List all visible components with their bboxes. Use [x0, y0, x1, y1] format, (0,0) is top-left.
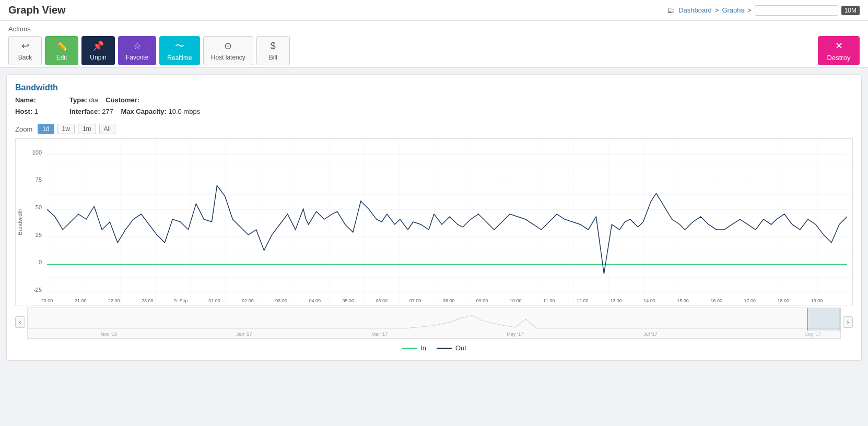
- bill-label: Bill: [269, 54, 277, 61]
- svg-rect-0: [47, 139, 852, 305]
- chart-scroll-row: ‹ Nov '16 Jan '17 Mar '17 May '17 Jul '1…: [15, 305, 853, 339]
- svg-text:07:00: 07:00: [409, 298, 421, 303]
- mini-chart: Nov '16 Jan '17 Mar '17 May '17 Jul '17 …: [27, 307, 840, 339]
- zoom-all[interactable]: All: [99, 124, 115, 134]
- svg-text:03:00: 03:00: [275, 298, 287, 303]
- interface-value: 277: [102, 108, 113, 115]
- svg-text:05:00: 05:00: [343, 298, 355, 303]
- svg-text:-25: -25: [33, 287, 42, 293]
- breadcrumb-sep2: >: [747, 6, 752, 14]
- svg-text:11:00: 11:00: [543, 298, 555, 303]
- mini-chart-svg: Nov '16 Jan '17 Mar '17 May '17 Jul '17 …: [28, 308, 840, 338]
- graph-meta-right: Type: dia Customer: Interface: 277 Max C…: [69, 94, 200, 117]
- breadcrumb-sep1: >: [715, 6, 719, 14]
- customer-label: Customer:: [105, 96, 139, 104]
- legend-out: Out: [437, 344, 466, 352]
- breadcrumb-dashboard[interactable]: Dashboard: [678, 6, 712, 14]
- destroy-label: Destroy: [827, 54, 851, 62]
- graph-meta-left: Name: Host: 1: [15, 94, 38, 117]
- svg-text:06:00: 06:00: [376, 298, 388, 303]
- breadcrumb-icon: 🗂: [667, 6, 675, 15]
- page-title: Graph View: [8, 4, 66, 16]
- svg-text:14:00: 14:00: [643, 298, 655, 303]
- host-latency-button[interactable]: ⊙ Host latency: [203, 36, 253, 65]
- svg-text:Jul '17: Jul '17: [643, 332, 658, 337]
- back-button[interactable]: ↩ Back: [8, 36, 42, 65]
- breadcrumb-badge: 10M: [841, 6, 860, 15]
- type-value: dia: [89, 96, 98, 104]
- name-label: Name:: [15, 96, 36, 104]
- main-chart: 100 75 50 25 0 -25 Bandwidth 20:00 21:00…: [15, 138, 853, 305]
- host-label: Host:: [15, 108, 32, 115]
- graph-info: Bandwidth Name: Host: 1 Type: dia Custom…: [15, 83, 853, 117]
- legend: In Out: [15, 344, 853, 352]
- legend-out-label: Out: [455, 344, 466, 352]
- svg-text:25: 25: [36, 232, 42, 238]
- svg-text:21:00: 21:00: [75, 298, 87, 303]
- favorite-button[interactable]: ☆ Favorite: [118, 36, 156, 65]
- svg-text:17:00: 17:00: [744, 298, 756, 303]
- favorite-label: Favorite: [126, 54, 148, 61]
- svg-text:Mar '17: Mar '17: [372, 332, 388, 337]
- back-icon: ↩: [21, 40, 29, 52]
- breadcrumb: 🗂 Dashboard > Graphs > 10M: [667, 5, 860, 16]
- zoom-1m[interactable]: 1m: [78, 124, 96, 134]
- mini-chart-wrap: Nov '16 Jan '17 Mar '17 May '17 Jul '17 …: [27, 305, 840, 339]
- svg-text:04:00: 04:00: [309, 298, 321, 303]
- zoom-1w[interactable]: 1w: [57, 124, 75, 134]
- svg-text:0: 0: [39, 259, 42, 266]
- realtime-label: Realtime: [167, 54, 192, 62]
- actions-buttons: ↩ Back ✏️ Edit 📌 Unpin ☆ Favorite 〜 Real…: [8, 36, 860, 65]
- svg-text:08:00: 08:00: [443, 298, 455, 303]
- destroy-button[interactable]: ✕ Destroy: [818, 36, 860, 65]
- realtime-icon: 〜: [175, 40, 184, 52]
- edit-label: Edit: [56, 54, 67, 61]
- svg-text:19:00: 19:00: [811, 298, 823, 303]
- zoom-controls: Zoom 1d 1w 1m All: [15, 124, 853, 134]
- graph-type-customer: Type: dia Customer:: [69, 94, 200, 106]
- edit-button[interactable]: ✏️ Edit: [45, 36, 78, 65]
- svg-text:May '17: May '17: [507, 332, 523, 337]
- zoom-1d[interactable]: 1d: [38, 124, 54, 134]
- svg-text:22:00: 22:00: [108, 298, 120, 303]
- graph-interface-capacity: Interface: 277 Max Capacity: 10.0 mbps: [69, 106, 200, 117]
- star-icon: ☆: [133, 40, 142, 52]
- svg-text:50: 50: [36, 204, 42, 210]
- svg-text:18:00: 18:00: [778, 298, 790, 303]
- legend-out-line: [437, 348, 452, 349]
- scroll-right-arrow[interactable]: ›: [843, 316, 853, 328]
- svg-rect-38: [28, 308, 840, 338]
- edit-icon: ✏️: [56, 40, 67, 52]
- svg-text:23:00: 23:00: [142, 298, 154, 303]
- max-capacity-value: 10.0 mbps: [168, 108, 200, 115]
- svg-text:20:00: 20:00: [41, 298, 53, 303]
- legend-in-line: [402, 348, 417, 349]
- scroll-left-arrow[interactable]: ‹: [15, 316, 25, 328]
- legend-in-label: In: [420, 344, 426, 352]
- host-latency-icon: ⊙: [224, 40, 232, 52]
- realtime-button[interactable]: 〜 Realtime: [159, 36, 200, 65]
- svg-text:9. Sep: 9. Sep: [174, 298, 187, 303]
- unpin-button[interactable]: 📌 Unpin: [81, 36, 115, 65]
- pin-icon: 📌: [92, 40, 104, 52]
- actions-bar: Actions ↩ Back ✏️ Edit 📌 Unpin ☆ Favorit…: [0, 21, 868, 68]
- max-capacity-label: Max Capacity:: [121, 108, 166, 115]
- bill-button[interactable]: $ Bill: [256, 36, 290, 65]
- chart-svg: 100 75 50 25 0 -25 Bandwidth 20:00 21:00…: [16, 139, 852, 305]
- actions-label: Actions: [8, 25, 860, 33]
- svg-text:Nov '16: Nov '16: [101, 332, 117, 337]
- bill-icon: $: [271, 41, 276, 52]
- svg-text:Bandwidth: Bandwidth: [17, 209, 23, 235]
- header: Graph View 🗂 Dashboard > Graphs > 10M: [0, 0, 868, 21]
- svg-text:09:00: 09:00: [476, 298, 488, 303]
- breadcrumb-search-input[interactable]: [755, 5, 838, 16]
- breadcrumb-graphs[interactable]: Graphs: [722, 6, 744, 14]
- main-content: Bandwidth Name: Host: 1 Type: dia Custom…: [6, 74, 862, 361]
- svg-text:12:00: 12:00: [577, 298, 589, 303]
- host-value: 1: [34, 108, 38, 115]
- svg-text:16:00: 16:00: [710, 298, 722, 303]
- graph-name: Name:: [15, 94, 38, 106]
- svg-text:10:00: 10:00: [510, 298, 522, 303]
- svg-text:15:00: 15:00: [677, 298, 689, 303]
- graph-meta: Name: Host: 1 Type: dia Customer: Int: [15, 94, 853, 117]
